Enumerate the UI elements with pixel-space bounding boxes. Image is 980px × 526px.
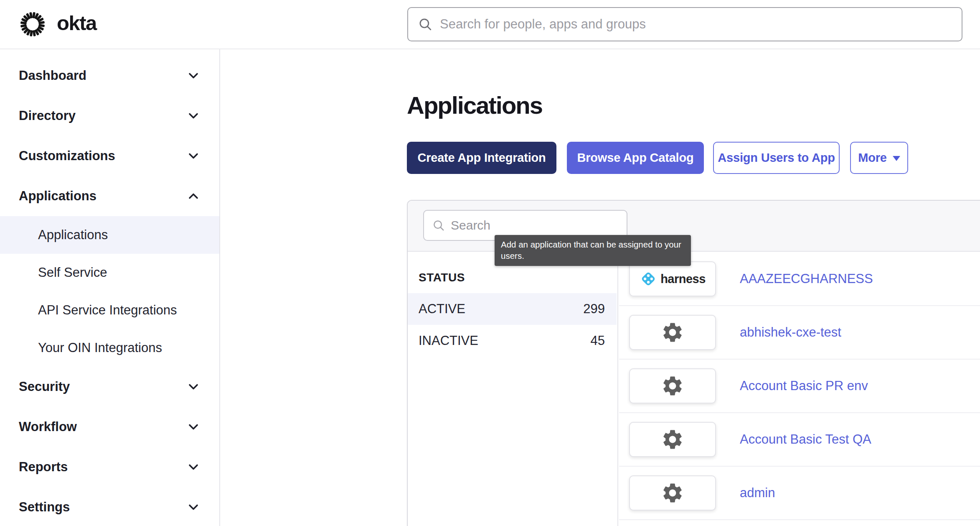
harness-logo: harness	[629, 261, 716, 296]
sidebar-item-reports[interactable]: Reports	[0, 447, 219, 487]
applications-panel: Add an application that can be assigned …	[407, 200, 980, 526]
sidebar-item-settings[interactable]: Settings	[0, 487, 219, 526]
gear-icon	[661, 321, 684, 344]
sidebar-item-label: Applications	[38, 227, 108, 243]
status-count: 45	[591, 333, 605, 348]
sidebar-item-customizations[interactable]: Customizations	[0, 136, 219, 176]
gear-icon	[661, 481, 684, 505]
search-icon	[418, 17, 432, 31]
create-app-integration-button[interactable]: Create App Integration	[407, 142, 556, 174]
sidebar-item-workflow[interactable]: Workflow	[0, 407, 219, 447]
okta-logo[interactable]: okta	[19, 11, 96, 38]
gear-icon	[661, 374, 684, 398]
chevron-down-icon	[186, 419, 201, 434]
status-filter: STATUS ACTIVE 299 INACTIVE 45	[408, 253, 618, 526]
app-row: Account Basic PR env	[619, 360, 980, 413]
status-label: ACTIVE	[419, 301, 465, 317]
app-logo-card	[629, 475, 716, 511]
sidebar-item-label: Reports	[19, 460, 68, 475]
assign-users-to-app-button[interactable]: Assign Users to App	[713, 142, 840, 174]
status-filter-header: STATUS	[419, 271, 465, 284]
app-link[interactable]: abhishek-cxe-test	[740, 325, 841, 340]
sidebar-subitem-self-service[interactable]: Self Service	[0, 254, 219, 291]
panel-header	[408, 201, 980, 252]
sidebar-item-label: Directory	[19, 108, 76, 123]
sidebar-item-label: Customizations	[19, 148, 115, 163]
global-search[interactable]	[407, 7, 962, 41]
okta-admin-console: okta Dashboard Directory Customizat	[0, 0, 980, 526]
sidebar-item-applications[interactable]: Applications	[0, 176, 219, 216]
okta-wordmark: okta	[57, 13, 96, 36]
sidebar-item-label: Security	[19, 379, 70, 394]
app-link[interactable]: Account Basic Test QA	[740, 432, 871, 447]
app-search-input[interactable]	[451, 218, 618, 232]
app-logo-card	[629, 368, 716, 403]
app-row: abhishek-cxe-test	[619, 306, 980, 360]
sidebar-subitem-applications[interactable]: Applications	[0, 216, 219, 254]
tooltip: Add an application that can be assigned …	[495, 235, 691, 266]
status-label: INACTIVE	[419, 333, 478, 348]
sidebar-subitem-your-oin-integrations[interactable]: Your OIN Integrations	[0, 329, 219, 367]
chevron-down-icon	[186, 460, 201, 475]
top-bar: okta	[0, 0, 980, 49]
dropdown-caret-icon	[893, 156, 900, 161]
more-button-label: More	[858, 151, 887, 165]
app-link[interactable]: Account Basic PR env	[740, 378, 868, 393]
chevron-down-icon	[186, 108, 201, 123]
browse-app-catalog-button[interactable]: Browse App Catalog	[567, 142, 704, 174]
harness-logo-text: harness	[660, 272, 706, 286]
sidebar-item-label: Your OIN Integrations	[38, 340, 162, 355]
sidebar-subitem-api-service-integrations[interactable]: API Service Integrations	[0, 291, 219, 329]
chevron-up-icon	[186, 189, 201, 204]
app-list: harness AAAZEECGHARNESS abhishek-cxe-tes…	[619, 253, 980, 526]
global-search-input[interactable]	[440, 17, 952, 32]
sidebar-item-label: API Service Integrations	[38, 303, 177, 318]
sidebar-item-directory[interactable]: Directory	[0, 96, 219, 136]
main-content: Applications Create App Integration Brow…	[221, 49, 980, 526]
sidebar-item-label: Self Service	[38, 265, 107, 280]
sidebar-nav: Dashboard Directory Customizations Appli…	[0, 49, 220, 526]
app-logo-card	[629, 422, 716, 457]
status-filter-active[interactable]: ACTIVE 299	[408, 293, 617, 325]
page-title: Applications	[407, 91, 542, 119]
status-filter-inactive[interactable]: INACTIVE 45	[408, 325, 617, 357]
action-buttons: Create App Integration Browse App Catalo…	[407, 142, 908, 174]
chevron-down-icon	[186, 379, 201, 394]
chevron-down-icon	[186, 68, 201, 83]
sidebar-item-dashboard[interactable]: Dashboard	[0, 56, 219, 96]
search-icon	[432, 219, 445, 232]
app-logo-card	[629, 315, 716, 350]
app-link[interactable]: admin	[740, 485, 775, 500]
app-link[interactable]: AAAZEECGHARNESS	[740, 271, 873, 286]
chevron-down-icon	[186, 500, 201, 515]
sidebar-item-security[interactable]: Security	[0, 367, 219, 407]
harness-diamond-icon	[640, 270, 657, 288]
sidebar-item-label: Settings	[19, 500, 70, 515]
chevron-down-icon	[186, 148, 201, 163]
more-button[interactable]: More	[850, 142, 908, 174]
app-row: admin	[619, 467, 980, 520]
okta-sunburst-icon	[19, 11, 46, 38]
sidebar-item-label: Dashboard	[19, 68, 86, 83]
sidebar-item-label: Workflow	[19, 419, 77, 434]
sidebar-item-label: Applications	[19, 189, 96, 204]
panel-body: STATUS ACTIVE 299 INACTIVE 45	[408, 253, 980, 526]
status-count: 299	[583, 301, 605, 317]
app-row: Account Basic Test QA	[619, 413, 980, 467]
gear-icon	[661, 428, 684, 451]
